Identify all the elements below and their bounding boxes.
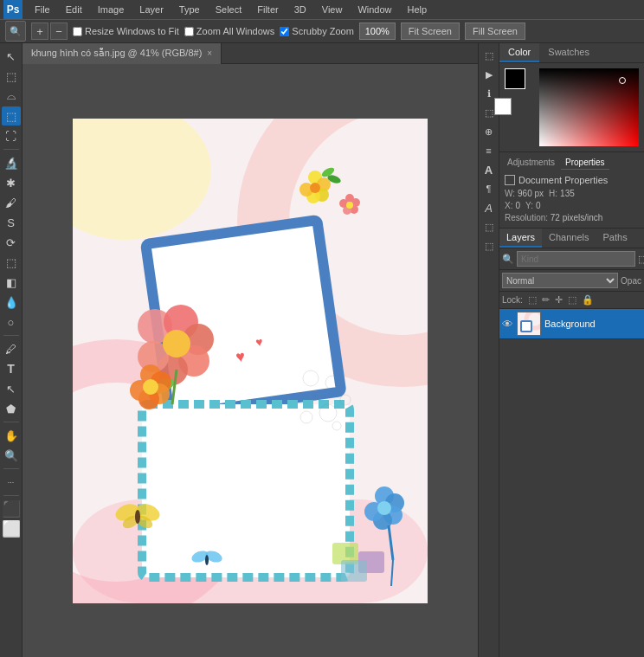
pen-tool[interactable]: 🖊 <box>2 339 21 358</box>
canvas-container: ♥ ♥ <box>23 64 478 657</box>
dodge-tool[interactable]: ○ <box>2 312 21 332</box>
menu-item-help[interactable]: Help <box>401 3 435 16</box>
app-window: Ps File Edit Image Layer Type Select Fil… <box>0 0 644 657</box>
zoom-all-checkbox[interactable] <box>184 27 194 36</box>
background-color-swatch[interactable]: ⬜ <box>2 519 21 538</box>
type-tool[interactable]: T <box>2 359 21 378</box>
hand-tool[interactable]: ✋ <box>2 426 21 445</box>
lock-transparent-icon[interactable]: ⬚ <box>528 294 537 306</box>
clone-stamp-tool[interactable]: S <box>2 213 21 232</box>
spot-healing-brush[interactable]: ✱ <box>2 173 21 192</box>
background-color[interactable] <box>494 98 512 115</box>
side-tool-11[interactable]: ⬚ <box>480 237 498 254</box>
zoom-all-checkbox-label[interactable]: Zoom All Windows <box>184 26 274 36</box>
svg-rect-8 <box>142 404 350 577</box>
layer-filter-icon1[interactable]: ⬚ <box>638 254 644 265</box>
lock-artboard-icon[interactable]: ⬚ <box>568 294 576 306</box>
tab-properties[interactable]: Properties <box>561 156 609 170</box>
tab-paths[interactable]: Paths <box>596 229 634 248</box>
scrubby-zoom-checkbox[interactable] <box>280 27 289 36</box>
side-tools: ⬚ ▶ ℹ ⬚ ⊕ ≡ A ¶ A ⬚ ⬚ <box>478 43 499 657</box>
fill-screen-button[interactable]: Fill Screen <box>465 23 525 40</box>
path-selection-tool[interactable]: ↖ <box>2 379 21 398</box>
scrubby-zoom-checkbox-label[interactable]: Scrubby Zoom <box>280 26 354 36</box>
rectangular-marquee-tool[interactable]: ⬚ <box>2 67 21 86</box>
zoom-percent-input[interactable] <box>359 23 396 40</box>
lock-all-icon[interactable]: 🔒 <box>582 294 594 306</box>
crop-tool[interactable]: ⛶ <box>2 126 21 145</box>
properties-panel: Adjustments Properties Document Properti… <box>499 152 644 229</box>
lasso-tool[interactable]: ⌓ <box>2 87 21 106</box>
doc-dimensions-row: W: 960 px H: 135 <box>505 189 639 198</box>
resize-windows-checkbox[interactable] <box>73 27 82 36</box>
menu-item-select[interactable]: Select <box>209 3 249 16</box>
lock-row: Lock: ⬚ ✏ ✛ ⬚ 🔒 <box>499 292 644 309</box>
move-tool[interactable]: ↖ <box>2 47 21 66</box>
layers-kind-input[interactable] <box>517 251 635 267</box>
tab-color[interactable]: Color <box>499 43 539 62</box>
shape-tool[interactable]: ⬟ <box>2 399 21 418</box>
quick-select-tool[interactable]: ⬚ <box>2 106 21 126</box>
svg-point-51 <box>377 501 391 515</box>
menu-item-file[interactable]: File <box>28 3 57 16</box>
x-field: X: 0 <box>505 201 520 210</box>
resize-windows-checkbox-label[interactable]: Resize Windows to Fit <box>73 26 179 36</box>
side-tool-6[interactable]: ≡ <box>480 142 498 159</box>
menu-item-type[interactable]: Type <box>172 3 207 16</box>
blur-tool[interactable]: 💧 <box>2 293 21 312</box>
width-label: W: <box>505 189 515 198</box>
menu-item-3d[interactable]: 3D <box>287 3 313 16</box>
side-tool-10[interactable]: ⬚ <box>480 218 498 235</box>
zoom-out-button[interactable]: − <box>50 23 68 40</box>
side-tool-7[interactable]: A <box>480 161 498 178</box>
document-tab-close[interactable]: × <box>207 48 212 58</box>
document-tab[interactable]: khung hình có sẵn.jpg @ 41% (RGB/8#) × <box>23 43 222 64</box>
tab-swatches[interactable]: Swatches <box>539 43 598 62</box>
menu-item-layer[interactable]: Layer <box>132 3 171 16</box>
layers-search-bar: 🔍 ⬚ ⊘ T <box>499 248 644 270</box>
side-tool-play[interactable]: ▶ <box>480 66 498 83</box>
side-tool-1[interactable]: ⬚ <box>480 47 498 64</box>
menu-item-image[interactable]: Image <box>91 3 132 16</box>
lock-label: Lock: <box>502 295 523 305</box>
right-panel: Color Swatches <box>499 43 644 657</box>
layer-visibility-toggle[interactable]: 👁 <box>502 318 513 331</box>
lock-position-icon[interactable]: ✛ <box>555 294 563 306</box>
menu-item-window[interactable]: Window <box>351 3 398 16</box>
zoom-tool[interactable]: 🔍 <box>2 446 21 465</box>
menu-item-edit[interactable]: Edit <box>59 3 89 16</box>
x-label: X: <box>505 201 512 210</box>
tab-channels[interactable]: Channels <box>542 229 596 248</box>
zoom-tool-icon[interactable]: 🔍 <box>5 21 26 42</box>
foreground-color[interactable] <box>505 68 525 89</box>
color-gradient-picker[interactable] <box>539 68 639 146</box>
fit-screen-button[interactable]: Fit Screen <box>401 23 460 40</box>
zoom-in-button[interactable]: + <box>31 23 48 40</box>
width-value: 960 px <box>518 189 544 198</box>
brush-tool[interactable]: 🖌 <box>2 193 21 212</box>
side-tool-5[interactable]: ⊕ <box>480 123 498 140</box>
lock-image-icon[interactable]: ✏ <box>542 294 550 306</box>
more-tools[interactable]: ··· <box>2 473 21 492</box>
history-brush-tool[interactable]: ⟳ <box>2 233 21 252</box>
eyedropper-tool[interactable]: 🔬 <box>2 153 21 172</box>
svg-point-22 <box>346 202 353 209</box>
foreground-color-swatch[interactable]: ⬛ <box>2 499 21 519</box>
blend-mode-select[interactable]: Normal <box>502 273 618 288</box>
height-field: H: 135 <box>549 189 575 198</box>
gradient-tool[interactable]: ◧ <box>2 273 21 292</box>
side-tool-8[interactable]: ¶ <box>480 180 498 197</box>
layer-name: Background <box>544 319 596 329</box>
resolution-value: 72 pixels/inch <box>551 213 603 222</box>
height-value: 135 <box>560 189 575 198</box>
svg-point-42 <box>135 510 140 524</box>
menu-item-view[interactable]: View <box>315 3 350 16</box>
layer-row-background[interactable]: 👁 Background <box>499 309 644 339</box>
blend-mode-row: Normal Opac <box>499 270 644 292</box>
tab-adjustments[interactable]: Adjustments <box>503 156 559 170</box>
eraser-tool[interactable]: ⬚ <box>2 253 21 272</box>
menu-item-filter[interactable]: Filter <box>250 3 285 16</box>
height-label: H: <box>549 189 557 198</box>
side-tool-9[interactable]: A <box>480 199 498 216</box>
tab-layers[interactable]: Layers <box>499 229 542 248</box>
